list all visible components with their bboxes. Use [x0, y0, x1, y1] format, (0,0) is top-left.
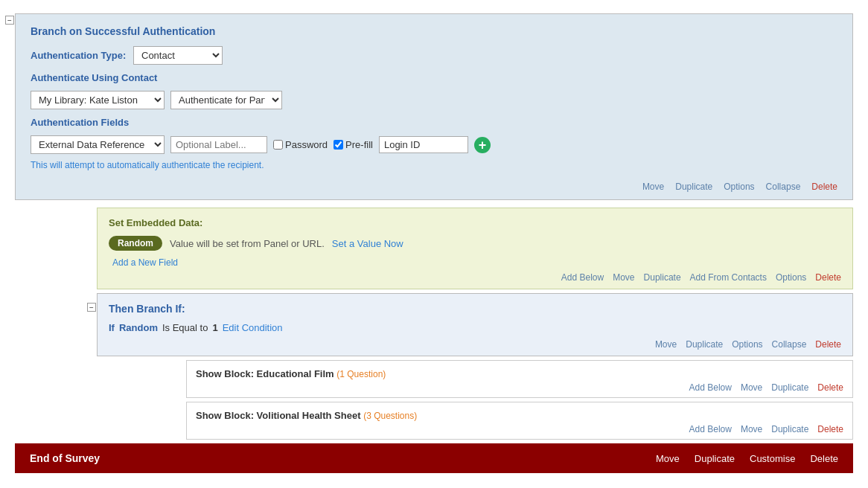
- contact-library-row: My Library: Kate Liston Authenticate for…: [31, 91, 837, 109]
- optional-label-input[interactable]: [170, 136, 267, 153]
- embedded-options-link[interactable]: Options: [776, 272, 806, 283]
- auth-collapse-link[interactable]: Collapse: [766, 182, 801, 192]
- educational-film-add-below-link[interactable]: Add Below: [689, 382, 732, 393]
- embedded-add-below-link[interactable]: Add Below: [561, 272, 604, 283]
- password-label: Password: [285, 139, 328, 150]
- condition-random-label: Random: [119, 322, 158, 333]
- condition-is-equal-label: Is Equal to: [162, 322, 208, 333]
- password-checkbox[interactable]: [273, 140, 283, 150]
- end-of-survey-duplicate-link[interactable]: Duplicate: [695, 453, 735, 464]
- embedded-data-title: Set Embedded Data:: [109, 217, 841, 228]
- embedded-data-block: Set Embedded Data: Random Value will be …: [97, 208, 853, 289]
- authenticate-for-select[interactable]: Authenticate for Part 2 Authenticate for…: [170, 91, 282, 109]
- embedded-move-link[interactable]: Move: [613, 272, 634, 283]
- auth-block: − Branch on Successful Authentication Au…: [15, 13, 853, 200]
- page-container: − Branch on Successful Authentication Au…: [0, 0, 868, 488]
- embedded-delete-link[interactable]: Delete: [815, 272, 841, 283]
- branch-duplicate-link[interactable]: Duplicate: [686, 339, 723, 350]
- embedded-data-actions: Add Below Move Duplicate Add From Contac…: [109, 272, 841, 283]
- end-of-survey-move-link[interactable]: Move: [656, 453, 680, 464]
- show-block-educational-film-actions: Add Below Move Duplicate Delete: [196, 382, 843, 393]
- volitional-add-below-link[interactable]: Add Below: [689, 424, 732, 434]
- educational-film-delete-link[interactable]: Delete: [817, 382, 843, 393]
- add-field-button[interactable]: +: [474, 137, 491, 153]
- show-block-volitional-health-sheet-header: Show Block: Volitional Health Sheet (3 Q…: [196, 410, 843, 421]
- end-of-survey-actions: Move Duplicate Customise Delete: [656, 453, 838, 464]
- login-id-input[interactable]: [379, 136, 468, 153]
- volitional-duplicate-link[interactable]: Duplicate: [771, 424, 808, 434]
- auth-collapse-icon[interactable]: −: [5, 16, 14, 25]
- password-checkbox-label[interactable]: Password: [273, 139, 328, 150]
- show-block-educational-film-header: Show Block: Educational Film (1 Question…: [196, 368, 843, 379]
- show-block-educational-film-count: (1 Question): [336, 369, 386, 379]
- auth-fields-row: External Data Reference First Name Last …: [31, 135, 837, 154]
- end-of-survey-bar: End of Survey Move Duplicate Customise D…: [15, 443, 853, 473]
- end-of-survey-title: End of Survey: [30, 452, 656, 464]
- condition-row: If Random Is Equal to 1 Edit Condition: [109, 322, 841, 333]
- educational-film-duplicate-link[interactable]: Duplicate: [771, 382, 808, 393]
- prefill-checkbox[interactable]: [334, 140, 343, 150]
- contact-library-select[interactable]: My Library: Kate Liston: [31, 91, 165, 109]
- auth-options-link[interactable]: Options: [724, 182, 754, 192]
- show-block-volitional-health-sheet-actions: Add Below Move Duplicate Delete: [196, 424, 843, 434]
- embedded-duplicate-link[interactable]: Duplicate: [644, 272, 681, 283]
- add-new-field-row: Add a New Field: [109, 257, 841, 268]
- auto-auth-note: This will attempt to automatically authe…: [31, 160, 837, 170]
- prefill-checkbox-label[interactable]: Pre-fill: [334, 139, 373, 150]
- branch-collapse-link[interactable]: Collapse: [772, 339, 807, 350]
- edit-condition-link[interactable]: Edit Condition: [223, 322, 283, 333]
- branch-if-actions: Move Duplicate Options Collapse Delete: [109, 339, 841, 350]
- value-set-text: Value will be set from Panel or URL.: [170, 238, 325, 249]
- end-of-survey-delete-link[interactable]: Delete: [810, 453, 838, 464]
- auth-type-select[interactable]: Contact: [133, 46, 223, 65]
- branch-if-block: − Then Branch If: If Random Is Equal to …: [97, 293, 853, 356]
- auth-block-actions: Move Duplicate Options Collapse Delete: [31, 178, 837, 192]
- branch-move-link[interactable]: Move: [655, 339, 677, 350]
- auth-type-row: Authentication Type: Contact: [31, 46, 837, 65]
- prefill-label: Pre-fill: [345, 139, 373, 150]
- auth-move-link[interactable]: Move: [642, 182, 664, 192]
- show-block-educational-film: Show Block: Educational Film (1 Question…: [186, 360, 853, 398]
- branch-if-title: Then Branch If:: [109, 303, 841, 315]
- embedded-add-from-contacts-link[interactable]: Add From Contacts: [690, 272, 767, 283]
- random-badge: Random: [109, 236, 162, 251]
- show-block-educational-film-title: Show Block: Educational Film: [196, 368, 334, 379]
- condition-if-label: If: [109, 322, 115, 333]
- show-block-volitional-health-sheet-title: Show Block: Volitional Health Sheet: [196, 410, 361, 421]
- branch-delete-link[interactable]: Delete: [815, 339, 841, 350]
- auth-fields-label: Authentication Fields: [31, 117, 837, 128]
- random-row: Random Value will be set from Panel or U…: [109, 236, 841, 251]
- educational-film-move-link[interactable]: Move: [741, 382, 762, 393]
- branch-options-link[interactable]: Options: [732, 339, 762, 350]
- auth-delete-link[interactable]: Delete: [811, 182, 837, 192]
- auth-block-title: Branch on Successful Authentication: [31, 25, 837, 37]
- volitional-move-link[interactable]: Move: [741, 424, 762, 434]
- branch-collapse-icon[interactable]: −: [87, 303, 96, 312]
- auth-duplicate-link[interactable]: Duplicate: [675, 182, 712, 192]
- auth-type-label: Authentication Type:: [31, 50, 127, 61]
- set-value-now-link[interactable]: Set a Value Now: [332, 238, 403, 249]
- volitional-delete-link[interactable]: Delete: [817, 424, 843, 434]
- add-new-field-link[interactable]: Add a New Field: [112, 257, 178, 268]
- end-of-survey-customise-link[interactable]: Customise: [750, 453, 795, 464]
- condition-value: 1: [212, 322, 217, 333]
- authenticate-using-label: Authenticate Using Contact: [31, 72, 837, 83]
- show-block-volitional-health-sheet: Show Block: Volitional Health Sheet (3 Q…: [186, 402, 853, 440]
- ext-data-select[interactable]: External Data Reference First Name Last …: [31, 135, 165, 154]
- show-block-volitional-health-sheet-count: (3 Questions): [363, 411, 417, 421]
